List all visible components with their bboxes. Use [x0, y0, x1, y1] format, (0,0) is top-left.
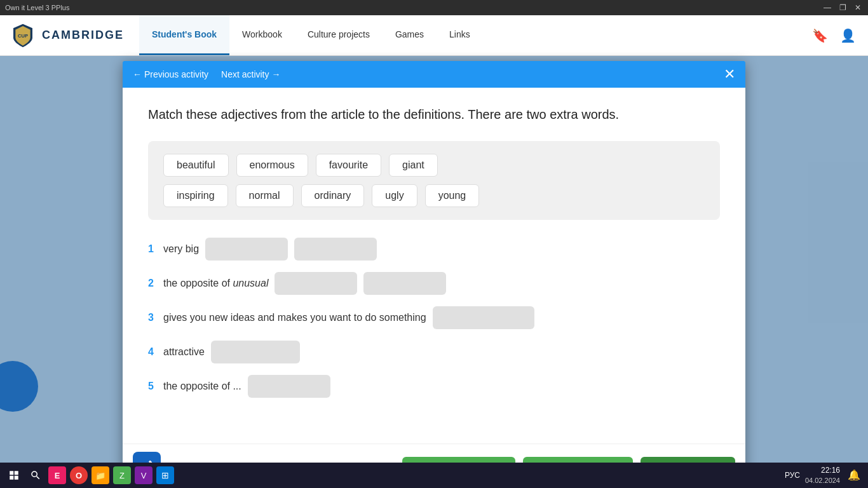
question-text-4: attractive [163, 346, 205, 358]
word-bank: beautiful enormous favourite giant inspi… [148, 141, 720, 220]
word-chip-enormous[interactable]: enormous [236, 154, 308, 177]
answer-box-3a[interactable] [433, 306, 534, 329]
taskbar-app-5[interactable]: V [135, 466, 153, 484]
tab-workbook[interactable]: Workbook [229, 15, 295, 55]
question-1: 1 very big [148, 238, 720, 261]
app-area: CUP CAMBRIDGE Student's Book Workbook Cu… [0, 15, 868, 463]
taskbar-app-1[interactable]: E [48, 466, 66, 484]
nav-tabs: Student's Book Workbook Culture projects… [139, 15, 810, 55]
notification-icon[interactable]: 🔔 [845, 466, 863, 484]
maximize-button[interactable]: ❐ [837, 3, 848, 13]
modal-overlay: ← Previous activity Next activity → ✕ Ma… [0, 56, 868, 463]
question-3: 3 gives you new ideas and makes you want… [148, 306, 720, 329]
close-button[interactable]: ✕ [853, 3, 863, 13]
content-scrollable[interactable]: Match these adjectives from the article … [123, 88, 745, 444]
tab-students-book[interactable]: Student's Book [139, 15, 229, 55]
question-4: 4 attractive [148, 341, 720, 363]
next-activity-button[interactable]: Next activity → [221, 69, 280, 79]
taskbar: E O 📁 Z V ⊞ РУС 22:16 04.02.2024 🔔 [0, 463, 868, 488]
question-text-1: very big [163, 243, 199, 255]
clock-time: 22:16 [805, 466, 840, 476]
clock-date: 04.02.2024 [805, 476, 840, 485]
tab-culture-projects[interactable]: Culture projects [295, 15, 383, 55]
taskbar-app-2[interactable]: O [70, 466, 88, 484]
answer-box-2b[interactable] [363, 272, 446, 295]
question-number-2: 2 [148, 278, 157, 289]
answer-box-1a[interactable] [205, 238, 288, 261]
modal-content: Match these adjectives from the article … [123, 88, 745, 488]
cambridge-shield-icon: CUP [10, 23, 36, 48]
word-chip-favourite[interactable]: favourite [316, 154, 381, 177]
modal-navigation: ← Previous activity Next activity → [133, 69, 280, 79]
word-chip-beautiful[interactable]: beautiful [163, 154, 229, 177]
taskbar-clock: 22:16 04.02.2024 [805, 466, 840, 485]
answer-box-1b[interactable] [294, 238, 377, 261]
activity-modal: ← Previous activity Next activity → ✕ Ma… [123, 61, 745, 488]
taskbar-left: E O 📁 Z V ⊞ [5, 466, 174, 484]
windows-icon [8, 470, 20, 481]
word-bank-row-1: beautiful enormous favourite giant [163, 154, 705, 177]
answer-box-2a[interactable] [275, 272, 357, 295]
header-icons: 🔖 👤 [810, 25, 858, 46]
taskbar-app-3[interactable]: 📁 [92, 466, 109, 484]
titlebar: Own it Level 3 PPlus — ❐ ✕ [0, 0, 868, 15]
word-chip-normal[interactable]: normal [236, 184, 294, 207]
question-text-2: the opposite of unusual [163, 278, 268, 289]
question-text-3: gives you new ideas and makes you want t… [163, 312, 426, 323]
bookmark-icon[interactable]: 🔖 [810, 25, 830, 46]
word-bank-row-2: inspiring normal ordinary ugly young [163, 184, 705, 207]
window-title: Own it Level 3 PPlus [5, 4, 70, 11]
cambridge-title: CAMBRIDGE [42, 29, 124, 42]
word-chip-inspiring[interactable]: inspiring [163, 184, 228, 207]
answer-box-5a[interactable] [248, 375, 330, 398]
question-number-1: 1 [148, 243, 157, 255]
taskbar-app-4[interactable]: Z [113, 466, 131, 484]
cambridge-logo: CUP CAMBRIDGE [10, 23, 124, 48]
modal-topbar: ← Previous activity Next activity → ✕ [123, 61, 745, 88]
taskbar-right: РУС 22:16 04.02.2024 🔔 [785, 466, 863, 485]
answer-box-4a[interactable] [211, 341, 300, 363]
taskbar-language: РУС [785, 471, 800, 480]
window-controls: — ❐ ✕ [822, 3, 863, 13]
word-chip-young[interactable]: young [425, 184, 480, 207]
modal-close-button[interactable]: ✕ [724, 67, 735, 81]
app-header: CUP CAMBRIDGE Student's Book Workbook Cu… [0, 15, 868, 56]
word-chip-ordinary[interactable]: ordinary [301, 184, 365, 207]
word-chip-giant[interactable]: giant [389, 154, 438, 177]
svg-text:CUP: CUP [18, 33, 28, 39]
search-icon [30, 470, 41, 481]
question-2: 2 the opposite of unusual [148, 272, 720, 295]
search-taskbar-button[interactable] [27, 466, 44, 484]
question-number-5: 5 [148, 381, 157, 392]
minimize-button[interactable]: — [822, 3, 832, 13]
question-number-3: 3 [148, 312, 157, 323]
previous-activity-button[interactable]: ← Previous activity [133, 69, 208, 79]
word-chip-ugly[interactable]: ugly [372, 184, 417, 207]
tab-links[interactable]: Links [437, 15, 483, 55]
questions-list: 1 very big 2 the opposite of unusual [148, 238, 720, 398]
user-icon[interactable]: 👤 [837, 25, 858, 46]
question-text-5: the opposite of ... [163, 381, 241, 392]
instruction-text: Match these adjectives from the article … [148, 105, 720, 123]
question-number-4: 4 [148, 346, 157, 358]
question-5: 5 the opposite of ... [148, 375, 720, 398]
taskbar-app-6[interactable]: ⊞ [156, 466, 174, 484]
tab-games[interactable]: Games [383, 15, 437, 55]
start-button[interactable] [5, 466, 23, 484]
